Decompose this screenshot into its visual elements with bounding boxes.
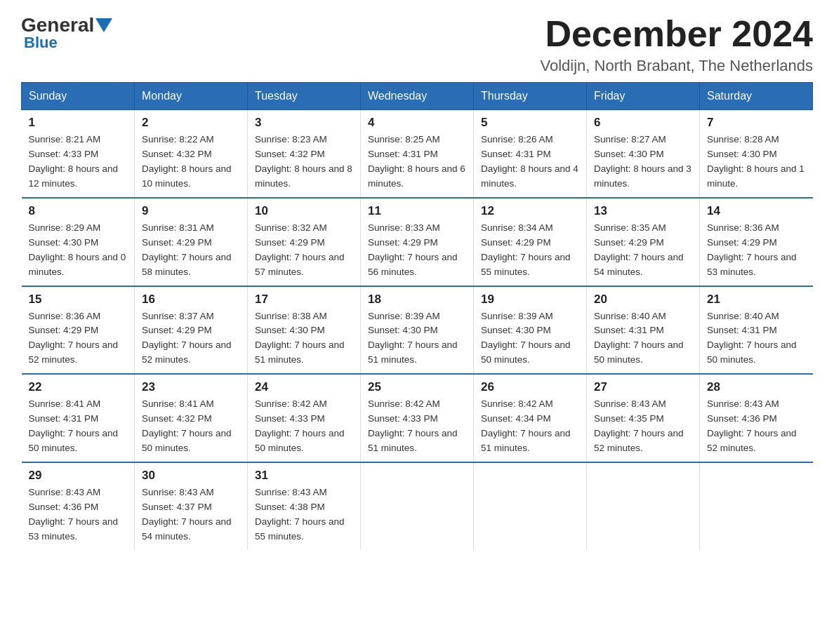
day-info: Sunrise: 8:42 AMSunset: 4:33 PMDaylight:… <box>368 397 466 456</box>
day-number: 12 <box>481 204 579 218</box>
header-friday: Friday <box>587 83 700 110</box>
day-number: 29 <box>29 469 128 483</box>
day-info: Sunrise: 8:37 AMSunset: 4:29 PMDaylight:… <box>142 309 240 368</box>
day-number: 19 <box>481 293 579 307</box>
calendar-cell: 22 Sunrise: 8:41 AMSunset: 4:31 PMDaylig… <box>22 374 135 462</box>
calendar-cell: 4 Sunrise: 8:25 AMSunset: 4:31 PMDayligh… <box>361 110 474 198</box>
day-info: Sunrise: 8:22 AMSunset: 4:32 PMDaylight:… <box>142 133 240 192</box>
page-title: December 2024 <box>541 14 814 54</box>
day-number: 10 <box>255 204 353 218</box>
day-info: Sunrise: 8:39 AMSunset: 4:30 PMDaylight:… <box>368 309 466 368</box>
calendar-table: SundayMondayTuesdayWednesdayThursdayFrid… <box>21 82 813 549</box>
day-number: 22 <box>29 380 128 394</box>
calendar-cell <box>587 462 700 550</box>
day-info: Sunrise: 8:23 AMSunset: 4:32 PMDaylight:… <box>255 133 353 192</box>
day-info: Sunrise: 8:36 AMSunset: 4:29 PMDaylight:… <box>29 309 128 368</box>
day-number: 3 <box>255 116 353 130</box>
calendar-cell: 19 Sunrise: 8:39 AMSunset: 4:30 PMDaylig… <box>474 286 587 375</box>
calendar-cell: 26 Sunrise: 8:42 AMSunset: 4:34 PMDaylig… <box>474 374 587 462</box>
day-info: Sunrise: 8:40 AMSunset: 4:31 PMDaylight:… <box>594 309 692 368</box>
calendar-cell: 1 Sunrise: 8:21 AMSunset: 4:33 PMDayligh… <box>22 110 135 198</box>
calendar-cell: 6 Sunrise: 8:27 AMSunset: 4:30 PMDayligh… <box>587 110 700 198</box>
day-info: Sunrise: 8:38 AMSunset: 4:30 PMDaylight:… <box>255 309 353 368</box>
day-number: 23 <box>142 380 240 394</box>
calendar-cell: 20 Sunrise: 8:40 AMSunset: 4:31 PMDaylig… <box>587 286 700 375</box>
day-number: 4 <box>368 116 466 130</box>
day-number: 15 <box>29 293 128 307</box>
calendar-cell: 27 Sunrise: 8:43 AMSunset: 4:35 PMDaylig… <box>587 374 700 462</box>
day-number: 7 <box>707 116 806 130</box>
day-number: 2 <box>142 116 240 130</box>
calendar-cell <box>361 462 474 550</box>
calendar-cell: 21 Sunrise: 8:40 AMSunset: 4:31 PMDaylig… <box>700 286 813 375</box>
calendar-cell: 18 Sunrise: 8:39 AMSunset: 4:30 PMDaylig… <box>361 286 474 375</box>
header-wednesday: Wednesday <box>361 83 474 110</box>
day-number: 13 <box>594 204 692 218</box>
day-info: Sunrise: 8:43 AMSunset: 4:35 PMDaylight:… <box>594 397 692 456</box>
day-number: 6 <box>594 116 692 130</box>
calendar-cell <box>700 462 813 550</box>
header-thursday: Thursday <box>474 83 587 110</box>
header-monday: Monday <box>135 83 248 110</box>
day-number: 24 <box>255 380 353 394</box>
day-info: Sunrise: 8:43 AMSunset: 4:36 PMDaylight:… <box>707 397 806 456</box>
day-number: 18 <box>368 293 466 307</box>
day-info: Sunrise: 8:34 AMSunset: 4:29 PMDaylight:… <box>481 221 579 280</box>
day-number: 28 <box>707 380 806 394</box>
calendar-cell: 15 Sunrise: 8:36 AMSunset: 4:29 PMDaylig… <box>22 286 135 375</box>
day-info: Sunrise: 8:43 AMSunset: 4:38 PMDaylight:… <box>255 485 353 544</box>
calendar-cell: 14 Sunrise: 8:36 AMSunset: 4:29 PMDaylig… <box>700 198 813 286</box>
page-header: General Blue December 2024 Voldijn, Nort… <box>21 14 813 75</box>
calendar-header-row: SundayMondayTuesdayWednesdayThursdayFrid… <box>22 83 813 110</box>
day-info: Sunrise: 8:29 AMSunset: 4:30 PMDaylight:… <box>29 221 128 280</box>
day-number: 30 <box>142 469 240 483</box>
calendar-cell: 31 Sunrise: 8:43 AMSunset: 4:38 PMDaylig… <box>248 462 361 550</box>
calendar-cell: 7 Sunrise: 8:28 AMSunset: 4:30 PMDayligh… <box>700 110 813 198</box>
calendar-cell: 10 Sunrise: 8:32 AMSunset: 4:29 PMDaylig… <box>248 198 361 286</box>
day-info: Sunrise: 8:35 AMSunset: 4:29 PMDaylight:… <box>594 221 692 280</box>
day-number: 5 <box>481 116 579 130</box>
day-number: 27 <box>594 380 692 394</box>
calendar-cell <box>474 462 587 550</box>
day-number: 9 <box>142 204 240 218</box>
calendar-cell: 29 Sunrise: 8:43 AMSunset: 4:36 PMDaylig… <box>22 462 135 550</box>
day-info: Sunrise: 8:41 AMSunset: 4:32 PMDaylight:… <box>142 397 240 456</box>
calendar-cell: 17 Sunrise: 8:38 AMSunset: 4:30 PMDaylig… <box>248 286 361 375</box>
calendar-cell: 5 Sunrise: 8:26 AMSunset: 4:31 PMDayligh… <box>474 110 587 198</box>
day-number: 26 <box>481 380 579 394</box>
day-info: Sunrise: 8:36 AMSunset: 4:29 PMDaylight:… <box>707 221 806 280</box>
day-info: Sunrise: 8:39 AMSunset: 4:30 PMDaylight:… <box>481 309 579 368</box>
calendar-week-row: 15 Sunrise: 8:36 AMSunset: 4:29 PMDaylig… <box>22 286 813 375</box>
logo-triangle-icon <box>95 18 112 32</box>
calendar-cell: 16 Sunrise: 8:37 AMSunset: 4:29 PMDaylig… <box>135 286 248 375</box>
header-tuesday: Tuesday <box>248 83 361 110</box>
calendar-cell: 9 Sunrise: 8:31 AMSunset: 4:29 PMDayligh… <box>135 198 248 286</box>
day-info: Sunrise: 8:33 AMSunset: 4:29 PMDaylight:… <box>368 221 466 280</box>
day-info: Sunrise: 8:42 AMSunset: 4:34 PMDaylight:… <box>481 397 579 456</box>
day-number: 8 <box>29 204 128 218</box>
logo: General Blue <box>21 14 114 52</box>
day-info: Sunrise: 8:27 AMSunset: 4:30 PMDaylight:… <box>594 133 692 192</box>
day-number: 14 <box>707 204 806 218</box>
calendar-cell: 23 Sunrise: 8:41 AMSunset: 4:32 PMDaylig… <box>135 374 248 462</box>
day-number: 21 <box>707 293 806 307</box>
calendar-cell: 12 Sunrise: 8:34 AMSunset: 4:29 PMDaylig… <box>474 198 587 286</box>
calendar-cell: 28 Sunrise: 8:43 AMSunset: 4:36 PMDaylig… <box>700 374 813 462</box>
title-block: December 2024 Voldijn, North Brabant, Th… <box>541 14 814 75</box>
day-info: Sunrise: 8:21 AMSunset: 4:33 PMDaylight:… <box>29 133 128 192</box>
calendar-cell: 8 Sunrise: 8:29 AMSunset: 4:30 PMDayligh… <box>22 198 135 286</box>
day-number: 1 <box>29 116 128 130</box>
calendar-cell: 2 Sunrise: 8:22 AMSunset: 4:32 PMDayligh… <box>135 110 248 198</box>
day-info: Sunrise: 8:42 AMSunset: 4:33 PMDaylight:… <box>255 397 353 456</box>
day-info: Sunrise: 8:43 AMSunset: 4:37 PMDaylight:… <box>142 485 240 544</box>
day-info: Sunrise: 8:32 AMSunset: 4:29 PMDaylight:… <box>255 221 353 280</box>
day-info: Sunrise: 8:40 AMSunset: 4:31 PMDaylight:… <box>707 309 806 368</box>
day-info: Sunrise: 8:41 AMSunset: 4:31 PMDaylight:… <box>29 397 128 456</box>
calendar-cell: 30 Sunrise: 8:43 AMSunset: 4:37 PMDaylig… <box>135 462 248 550</box>
logo-blue-text: Blue <box>21 34 58 52</box>
day-info: Sunrise: 8:31 AMSunset: 4:29 PMDaylight:… <box>142 221 240 280</box>
day-info: Sunrise: 8:25 AMSunset: 4:31 PMDaylight:… <box>368 133 466 192</box>
calendar-cell: 13 Sunrise: 8:35 AMSunset: 4:29 PMDaylig… <box>587 198 700 286</box>
location-subtitle: Voldijn, North Brabant, The Netherlands <box>541 57 814 75</box>
day-number: 20 <box>594 293 692 307</box>
